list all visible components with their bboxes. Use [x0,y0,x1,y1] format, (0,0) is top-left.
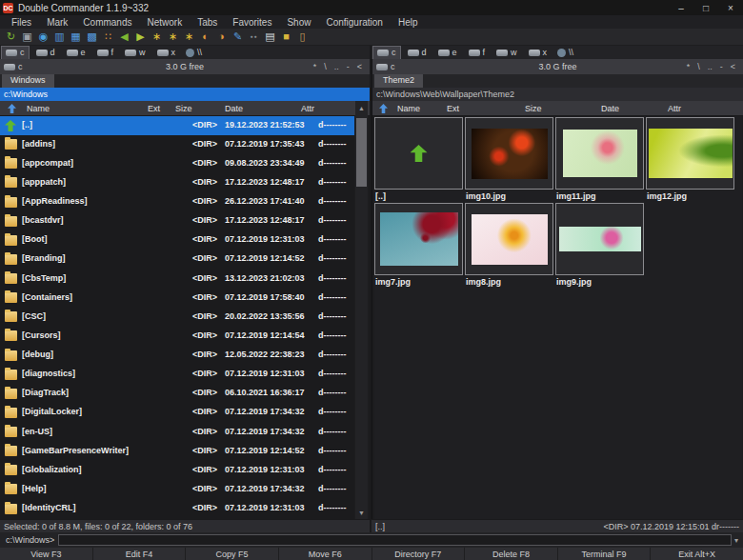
menu-item-network[interactable]: Network [140,17,191,28]
thumbnail-item[interactable]: img9.jpg [555,202,646,288]
file-row[interactable]: [DiagTrack] <DIR> 06.10.2021 16:36:17 d-… [0,385,354,404]
column-header-attr[interactable]: Attr [668,104,681,113]
drive-f-button[interactable]: f [93,47,118,59]
unc-path-button[interactable]: \\ [197,48,202,57]
thumbnail-item[interactable]: img11.jpg [555,116,646,202]
file-row[interactable]: [CSC] <DIR> 20.02.2022 13:35:56 d-------… [0,308,354,327]
right-tab-theme2[interactable]: Theme2 [374,74,423,88]
options-button[interactable]: ◉ [35,30,51,45]
close-button[interactable]: × [718,0,743,15]
function-key-f5[interactable]: Copy F5 [186,548,278,560]
scroll-down-icon[interactable]: ▼ [355,506,368,519]
scrollbar-thumb[interactable] [356,118,367,187]
thumbnail-item[interactable]: img10.jpg [465,116,555,202]
network-icon[interactable] [557,49,566,57]
sync-dirs-button[interactable]: ◑ [213,30,230,45]
drive-e-button[interactable]: e [63,47,90,59]
unc-path-button[interactable]: \\ [569,48,573,57]
function-key-f4[interactable]: Edit F4 [93,548,186,560]
column-header-size[interactable]: Size [525,104,542,113]
column-header-ext[interactable]: Ext [148,104,160,113]
copy-right-button[interactable]: ▶ [132,30,149,45]
file-row[interactable]: [CbsTemp] <DIR> 13.12.2023 21:02:03 d---… [0,270,354,289]
test-archive-button[interactable]: ∗ [181,30,197,45]
right-drive-selector[interactable]: c [376,62,395,71]
panel-header-button[interactable]: .. [331,62,343,71]
drive-e-button[interactable]: e [434,47,461,59]
maximize-button[interactable]: □ [693,0,718,15]
thumbnails-view-button[interactable]: ▩ [84,30,100,45]
panel-header-button[interactable]: - [343,62,353,71]
drive-c-button[interactable]: c [2,47,29,59]
column-header-ext[interactable]: Ext [447,104,459,113]
left-path-bar[interactable]: c:\Windows [0,88,370,101]
extract-button[interactable]: ∗ [165,30,181,45]
command-line-input[interactable] [58,534,732,546]
file-row[interactable]: [AppReadiness] <DIR> 26.12.2023 17:41:40… [0,193,354,212]
refresh-button[interactable]: ↻ [3,30,19,45]
search-button[interactable]: ●● [246,30,262,45]
copy-left-button[interactable]: ◀ [116,30,132,45]
menu-item-help[interactable]: Help [391,17,426,28]
compare-button[interactable]: ◐ [197,30,213,45]
thumbnail-item[interactable]: img12.jpg [646,116,736,202]
full-view-button[interactable]: ▦ [68,30,84,45]
sort-button[interactable]: ∷ [100,30,116,45]
file-row[interactable]: [en-US] <DIR> 07.12.2019 17:34:32 d-----… [0,423,354,442]
menu-item-configuration[interactable]: Configuration [318,17,390,28]
file-row[interactable]: [addins] <DIR> 07.12.2019 17:35:43 d----… [0,135,354,154]
panel-header-button[interactable]: \ [320,62,331,71]
menu-item-tabs[interactable]: Tabs [190,17,225,28]
drive-w-button[interactable]: w [121,47,150,59]
thumbnail-item[interactable]: img8.jpg [465,202,555,288]
file-row[interactable]: [Help] <DIR> 07.12.2019 17:34:32 d------… [0,480,354,499]
menu-item-mark[interactable]: Mark [39,17,75,28]
function-key-f8[interactable]: Delete F8 [465,548,557,560]
menu-item-show[interactable]: Show [279,17,318,28]
network-icon[interactable] [186,49,194,57]
function-key-f7[interactable]: Directory F7 [372,548,465,560]
function-key-f6[interactable]: Move F6 [279,548,372,560]
thumbnail-item[interactable]: [..] [374,116,465,202]
panel-header-button[interactable]: - [716,62,727,71]
new-folder-button[interactable]: ■ [278,30,294,45]
panel-header-button[interactable]: * [310,62,321,71]
drive-c-button[interactable]: c [373,47,400,59]
drive-w-button[interactable]: w [492,47,521,59]
minimize-button[interactable]: – [669,0,693,15]
file-row[interactable]: [Boot] <DIR> 07.12.2019 12:31:03 d------… [0,231,354,250]
file-row[interactable]: [apppatch] <DIR> 17.12.2023 12:48:17 d--… [0,173,354,192]
edit-button[interactable]: ▤ [262,30,278,45]
panel-header-button[interactable]: * [683,62,694,71]
right-path-bar[interactable]: c:\Windows\Web\Wallpaper\Theme2 [372,88,743,101]
panel-header-button[interactable]: < [727,62,739,71]
chevron-down-icon[interactable]: ▾ [732,536,741,545]
file-row[interactable]: [DigitalLocker] <DIR> 07.12.2019 17:34:3… [0,404,354,423]
file-row[interactable]: [..] <DIR> 19.12.2023 21:52:53 d-------- [0,116,354,135]
pack-button[interactable]: ∗ [149,30,165,45]
file-row[interactable]: [Globalization] <DIR> 07.12.2019 12:31:0… [0,461,354,480]
file-row[interactable]: [bcastdvr] <DIR> 17.12.2023 12:48:17 d--… [0,212,354,231]
file-row[interactable]: [diagnostics] <DIR> 07.12.2019 12:31:03 … [0,366,354,385]
column-header-name[interactable]: Name [397,104,420,113]
terminal-button[interactable]: ▣ [19,30,35,45]
scroll-up-icon[interactable]: ▲ [355,101,368,114]
panel-header-button[interactable]: .. [704,62,716,71]
file-row[interactable]: [GameBarPresenceWriter] <DIR> 07.12.2019… [0,442,354,461]
file-row[interactable]: [Containers] <DIR> 07.12.2019 17:58:40 d… [0,289,354,308]
left-scrollbar[interactable]: ▲ ▼ [355,101,368,519]
function-key-alt+x[interactable]: Exit Alt+X [651,548,743,560]
column-header-name[interactable]: Name [27,104,50,113]
panel-header-button[interactable]: < [353,62,366,71]
file-row[interactable]: [Branding] <DIR> 07.12.2019 12:14:52 d--… [0,250,354,270]
multi-rename-button[interactable]: ✎ [230,30,246,45]
menu-item-files[interactable]: Files [4,17,39,28]
file-row[interactable]: [Cursors] <DIR> 07.12.2019 12:14:54 d---… [0,327,354,346]
menu-item-favorites[interactable]: Favorites [225,17,279,28]
file-row[interactable]: [debug] <DIR> 12.05.2022 22:38:23 d-----… [0,347,354,366]
column-header-size[interactable]: Size [175,104,192,113]
function-key-f3[interactable]: View F3 [0,548,92,560]
brief-view-button[interactable]: ▥ [51,30,68,45]
copy-path-button[interactable]: ▯ [294,30,311,45]
drive-d-button[interactable]: d [404,47,431,59]
